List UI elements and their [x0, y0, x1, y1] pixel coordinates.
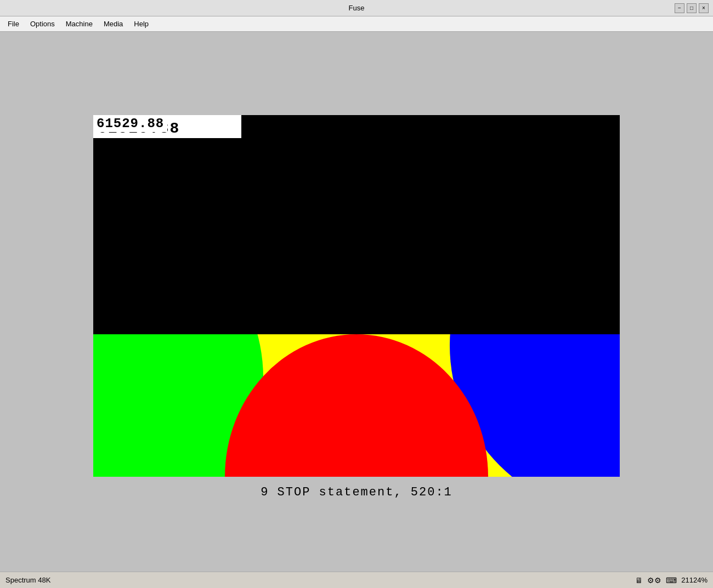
- maximize-button[interactable]: □: [687, 3, 697, 13]
- minimize-button[interactable]: −: [675, 3, 684, 13]
- status-machine: Spectrum 48K: [5, 576, 50, 584]
- window-title: Fuse: [349, 4, 365, 12]
- status-bar: Spectrum 48K 🖥 ⚙⚙ ⌨ 21124%: [0, 572, 713, 588]
- status-icon-keyboard: ⌨: [666, 576, 677, 585]
- status-right: 🖥 ⚙⚙ ⌨ 21124%: [635, 576, 708, 585]
- spectrum-canvas: 61529.88: [93, 115, 620, 477]
- spectrum-screen: 61529.88 61529.88: [93, 115, 620, 477]
- status-icon-gear: ⚙⚙: [647, 576, 661, 585]
- close-button[interactable]: ×: [699, 3, 709, 13]
- main-area: 61529.88 61529.88 9 STOP statement, 520:…: [0, 32, 713, 572]
- window-controls[interactable]: − □ ×: [675, 3, 709, 13]
- menu-file[interactable]: File: [2, 18, 25, 30]
- score-display: 61529.88: [93, 115, 167, 132]
- menu-media[interactable]: Media: [98, 18, 128, 30]
- menu-bar: File Options Machine Media Help: [0, 16, 713, 32]
- title-bar: Fuse − □ ×: [0, 0, 713, 16]
- menu-help[interactable]: Help: [128, 18, 154, 30]
- status-speed: 21124%: [681, 576, 708, 584]
- svg-rect-4: [93, 115, 620, 334]
- status-icon-display: 🖥: [635, 576, 643, 585]
- menu-machine[interactable]: Machine: [60, 18, 98, 30]
- status-message: 9 STOP statement, 520:1: [261, 486, 452, 499]
- menu-options[interactable]: Options: [25, 18, 60, 30]
